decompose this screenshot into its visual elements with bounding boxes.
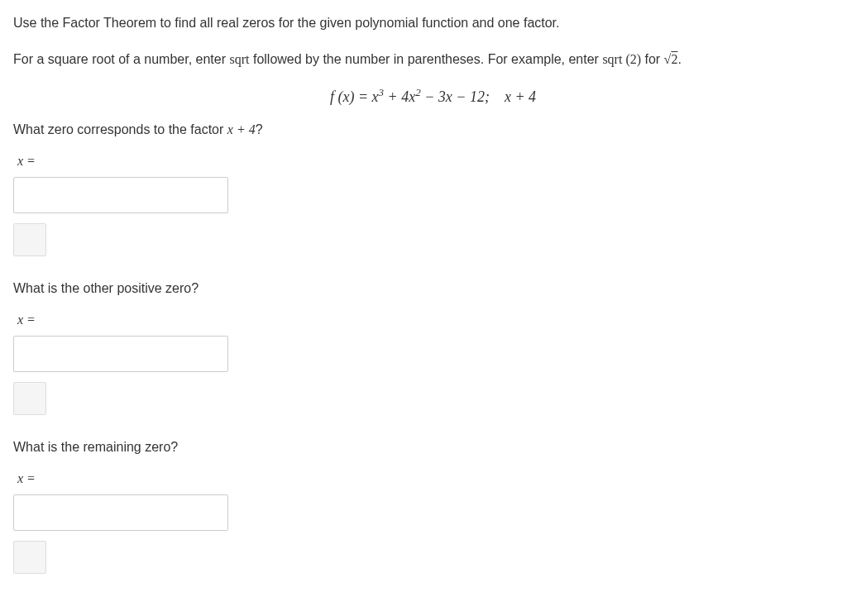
period: .	[677, 52, 681, 66]
equation-lhs: f (x) = x	[330, 88, 379, 105]
answer-block-1: x =	[13, 154, 853, 256]
sqrt-symbol: √2	[664, 52, 678, 66]
instruction-fragment: for	[641, 52, 664, 66]
question-fragment: ?	[256, 122, 263, 136]
x-equals-label-2: x =	[13, 313, 853, 327]
answer-input-3[interactable]	[13, 494, 228, 531]
sqrt-literal: sqrt	[229, 52, 249, 66]
status-box-2	[13, 382, 46, 415]
math-inline: x + 4	[227, 122, 256, 136]
answer-input-1[interactable]	[13, 177, 228, 213]
instruction-line-1: Use the Factor Theorem to find all real …	[13, 13, 853, 33]
sqrt-example: sqrt (2)	[602, 52, 641, 66]
polynomial-equation: f (x) = x3 + 4x2 − 3x − 12; x + 4	[13, 86, 853, 106]
question-fragment: What zero corresponds to the factor	[13, 122, 227, 136]
equation-term: + 4x	[384, 88, 415, 105]
answer-block-2: x =	[13, 313, 853, 415]
instruction-fragment: followed by the number in parentheses. F…	[249, 52, 602, 66]
equation-factor: x + 4	[505, 88, 536, 105]
question-3-text: What is the remaining zero?	[13, 440, 853, 455]
status-box-3	[13, 541, 46, 574]
x-equals-label-3: x =	[13, 471, 853, 486]
question-2-text: What is the other positive zero?	[13, 281, 853, 296]
x-equals-label-1: x =	[13, 154, 853, 169]
question-1-text: What zero corresponds to the factor x + …	[13, 122, 853, 137]
answer-input-2[interactable]	[13, 336, 228, 372]
equation-term: − 3x − 12;	[421, 88, 490, 105]
instruction-line-2: For a square root of a number, enter sqr…	[13, 50, 853, 69]
answer-block-3: x =	[13, 471, 853, 574]
status-box-1	[13, 223, 46, 256]
instruction-fragment: For a square root of a number, enter	[13, 52, 229, 66]
